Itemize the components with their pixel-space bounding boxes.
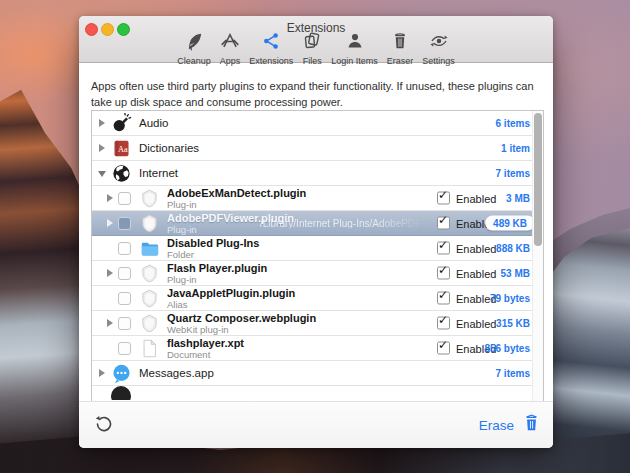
folder-icon xyxy=(138,237,160,259)
category-row[interactable]: Internet7 items xyxy=(92,161,543,186)
enabled-checkbox-checked[interactable] xyxy=(437,267,450,280)
trash-icon xyxy=(390,31,410,55)
plugin-row[interactable]: AdobePDFViewer.pluginPlug-in/Library/Int… xyxy=(92,211,543,236)
toolbar-item-eraser[interactable]: Eraser xyxy=(385,31,416,66)
plugin-icon xyxy=(138,262,160,284)
plugin-icon xyxy=(138,212,160,234)
expand-triangle-icon[interactable] xyxy=(106,319,114,327)
select-checkbox[interactable] xyxy=(118,292,131,305)
enabled-checkbox-checked[interactable] xyxy=(437,292,450,305)
plugin-kind: WebKit plug-in xyxy=(167,324,316,335)
toolbar-item-apps[interactable]: Apps xyxy=(218,31,243,66)
expand-triangle-icon[interactable] xyxy=(106,269,114,277)
plugin-icon xyxy=(138,187,160,209)
document-icon xyxy=(138,337,160,359)
enabled-label: Enabled xyxy=(456,242,496,254)
size-badge: 489 KB xyxy=(485,216,535,231)
plugin-row[interactable]: AdobeExManDetect.pluginPlug-inEnabled3 M… xyxy=(92,186,543,211)
collapse-triangle-icon[interactable] xyxy=(98,169,106,177)
toolbar-item-label: Extensions xyxy=(249,56,293,66)
enabled-control[interactable]: Enabled xyxy=(437,317,496,330)
toolbar: CleanupAppsExtensionsFilesLogin ItemsEra… xyxy=(79,31,553,66)
plugin-row[interactable]: Disabled Plug-InsFolderEnabled888 KB xyxy=(92,236,543,261)
size-badge: 888 KB xyxy=(496,243,530,254)
select-checkbox[interactable] xyxy=(118,317,131,330)
plugin-row[interactable]: JavaAppletPlugin.pluginAliasEnabled79 by… xyxy=(92,286,543,311)
category-label: Messages.app xyxy=(139,367,214,379)
footer-bar: Erase xyxy=(79,401,553,448)
category-label: Audio xyxy=(139,117,168,129)
category-row[interactable]: Messages.app7 items xyxy=(92,361,543,386)
plugin-row[interactable]: Quartz Composer.webpluginWebKit plug-inE… xyxy=(92,311,543,336)
enabled-checkbox-checked[interactable] xyxy=(437,342,450,355)
feather-icon xyxy=(184,31,204,55)
toolbar-item-cleanup[interactable]: Cleanup xyxy=(175,31,213,66)
enabled-control[interactable]: Enabled xyxy=(437,242,496,255)
size-badge: 53 MB xyxy=(501,268,530,279)
category-item-count: 1 item xyxy=(501,143,530,154)
size-badge: 856 bytes xyxy=(484,343,530,354)
gear-eye-icon xyxy=(429,31,449,55)
size-badge: 315 KB xyxy=(496,318,530,329)
toolbar-item-label: Files xyxy=(303,56,322,66)
erase-label: Erase xyxy=(479,418,514,433)
plugin-kind: Plug-in xyxy=(167,274,267,285)
plugin-name: Disabled Plug-Ins xyxy=(167,237,259,249)
plugin-icon xyxy=(138,312,160,334)
select-checkbox[interactable] xyxy=(118,192,131,205)
enabled-checkbox-checked[interactable] xyxy=(437,192,450,205)
plugin-kind: Alias xyxy=(167,299,295,310)
category-row[interactable]: AaDictionaries1 item xyxy=(92,136,543,161)
enabled-control[interactable]: Enabled xyxy=(437,267,496,280)
expand-triangle-icon[interactable] xyxy=(98,144,106,152)
enabled-label: Enabled xyxy=(456,192,496,204)
triangle-placeholder xyxy=(106,294,114,302)
globe-icon xyxy=(110,162,132,184)
expand-triangle-icon[interactable] xyxy=(106,194,114,202)
enabled-checkbox-checked[interactable] xyxy=(437,217,450,230)
extensions-list-panel: Audio6 itemsAaDictionaries1 itemInternet… xyxy=(91,110,544,402)
title-bar[interactable]: Extensions CleanupAppsExtensionsFilesLog… xyxy=(79,16,553,63)
plugin-name: JavaAppletPlugin.plugin xyxy=(167,287,295,299)
enabled-label: Enabled xyxy=(456,267,496,279)
toolbar-item-login-items[interactable]: Login Items xyxy=(329,31,380,66)
scrollbar-thumb[interactable] xyxy=(534,113,542,246)
dictionary-icon: Aa xyxy=(110,137,132,159)
person-icon xyxy=(345,31,365,55)
size-badge: 79 bytes xyxy=(490,293,530,304)
app-window: Extensions CleanupAppsExtensionsFilesLog… xyxy=(79,16,553,448)
enabled-checkbox-checked[interactable] xyxy=(437,317,450,330)
erase-button[interactable]: Erase xyxy=(479,413,541,438)
toolbar-item-extensions[interactable]: Extensions xyxy=(247,31,295,66)
enabled-control[interactable]: Enabled xyxy=(437,292,496,305)
extensions-list: Audio6 itemsAaDictionaries1 itemInternet… xyxy=(92,111,543,400)
plugin-kind: Folder xyxy=(167,249,259,260)
select-checkbox[interactable] xyxy=(118,242,131,255)
enabled-checkbox-checked[interactable] xyxy=(437,242,450,255)
triangle-placeholder xyxy=(106,244,114,252)
select-checkbox[interactable] xyxy=(118,217,131,230)
size-badge: 3 MB xyxy=(506,193,530,204)
plugin-row[interactable]: Flash Player.pluginPlug-inEnabled53 MB xyxy=(92,261,543,286)
select-checkbox[interactable] xyxy=(118,267,131,280)
select-checkbox[interactable] xyxy=(118,342,131,355)
toolbar-item-label: Cleanup xyxy=(177,56,211,66)
expand-triangle-icon[interactable] xyxy=(98,119,106,127)
plugin-path: /Library/Internet Plug-Ins/AdobePDFViewe… xyxy=(260,218,428,229)
trash-icon xyxy=(522,413,541,438)
category-row[interactable]: Audio6 items xyxy=(92,111,543,136)
toolbar-item-files[interactable]: Files xyxy=(300,31,324,66)
refresh-button[interactable] xyxy=(93,413,115,435)
plugin-kind: Document xyxy=(167,349,244,360)
plugin-row[interactable]: flashplayer.xptDocumentEnabled856 bytes xyxy=(92,336,543,361)
expand-triangle-icon[interactable] xyxy=(98,369,106,377)
scrollbar-track[interactable] xyxy=(532,111,543,401)
partial-row xyxy=(92,386,543,400)
category-item-count: 6 items xyxy=(496,118,530,129)
enabled-label: Enabled xyxy=(456,317,496,329)
toolbar-item-settings[interactable]: Settings xyxy=(420,31,457,66)
messages-icon xyxy=(110,362,132,384)
toolbar-item-label: Login Items xyxy=(331,56,378,66)
expand-triangle-icon[interactable] xyxy=(106,219,114,227)
enabled-control[interactable]: Enabled xyxy=(437,192,496,205)
